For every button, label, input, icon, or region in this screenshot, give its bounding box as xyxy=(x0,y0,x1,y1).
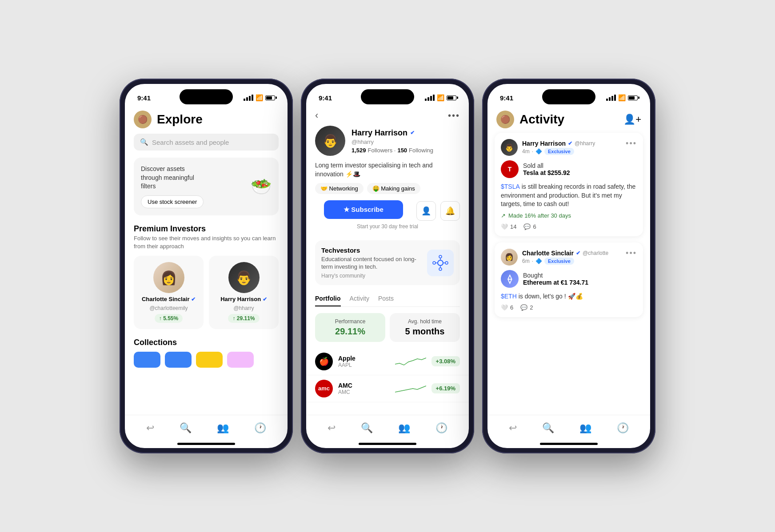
investor-avatar-charlotte: 👩 xyxy=(153,262,184,293)
trade-price-tesla: Tesla at $255.92 xyxy=(523,169,570,176)
tag-gains: 🤑 Making gains xyxy=(367,183,420,194)
community-icon xyxy=(427,250,454,276)
investor-perf-charlotte: ↑ 5.55% xyxy=(155,314,183,323)
trade-comment-eth: $ETH is down, let's go ! 🚀💰 xyxy=(501,292,637,301)
dynamic-island-3 xyxy=(542,89,595,104)
act-dot-charlotte: · xyxy=(532,258,533,264)
act-time-charlotte: 6m xyxy=(522,258,530,264)
trade-info-tesla: T Sold all Tesla at $255.92 xyxy=(501,160,637,178)
add-friend-button[interactable]: 👤+ xyxy=(623,114,641,125)
nav-activity-icon: 🕐 xyxy=(254,422,266,434)
activity-card-header-harry: 👨 Harry Harrison ✔ @hharry 4m · xyxy=(501,139,637,156)
nav-people-1[interactable]: 👥 xyxy=(212,421,234,436)
act-meta-charlotte: 6m · 🔷 Exclusive xyxy=(522,258,608,265)
signal-icon-3 xyxy=(606,95,616,101)
act-name-charlotte: Charlotte Sinclair ✔ @charlotte xyxy=(522,250,608,257)
community-card[interactable]: Techvestors Educational content focused … xyxy=(315,240,460,285)
nav-activity-2[interactable]: 🕐 xyxy=(430,421,453,436)
nav-search-3[interactable]: 🔍 xyxy=(537,421,559,436)
profile-name: Harry Harrison ✔ xyxy=(352,128,460,138)
act-more-harry[interactable]: ••• xyxy=(626,139,637,148)
collection-item-1 xyxy=(134,352,160,368)
nav-home-icon: ↩ xyxy=(146,422,154,434)
nav-activity-1[interactable]: 🕐 xyxy=(249,421,272,436)
status-icons-2: 📶 xyxy=(425,94,456,101)
stock-row-amc[interactable]: amc AMC AMC +6.19% xyxy=(306,375,469,402)
investor-card-harry[interactable]: 👨 Harry Harrison ✔ @hharry ↑ 29.11% xyxy=(209,256,279,329)
likes-harry[interactable]: 🤍 14 xyxy=(501,223,516,230)
signal-icon-2 xyxy=(425,95,435,101)
battery-icon-2 xyxy=(447,95,456,100)
act-more-charlotte[interactable]: ••• xyxy=(626,249,637,258)
nav-people-3[interactable]: 👥 xyxy=(574,421,597,436)
nav-activity-icon-2: 🕐 xyxy=(435,422,447,434)
likes-charlotte[interactable]: 🤍 6 xyxy=(501,304,513,311)
apple-name: Apple xyxy=(338,355,390,362)
act-verified-harry: ✔ xyxy=(568,140,572,147)
investor-perf-harry: ↑ 29.11% xyxy=(228,314,259,323)
search-icon: 🔍 xyxy=(140,138,148,146)
comments-harry[interactable]: 💬 6 xyxy=(523,223,536,230)
stock-row-apple[interactable]: 🍎 Apple AAPL +3.08% xyxy=(306,348,469,375)
community-desc: Educational content focused on long-term… xyxy=(321,256,427,271)
act-premium-harry: 🔷 xyxy=(535,148,542,155)
nav-home-3[interactable]: ↩ xyxy=(503,421,522,436)
svg-point-1 xyxy=(433,262,435,264)
trade-action-tesla: Sold all xyxy=(523,162,570,169)
activity-user-row-charlotte: 👩 Charlotte Sinclair ✔ @charlotte 6m · xyxy=(501,249,608,266)
wifi-icon-2: 📶 xyxy=(437,94,444,101)
trade-text-eth: Bought Ethereum at €1 734.71 xyxy=(523,272,588,286)
search-bar[interactable]: 🔍 Search assets and people xyxy=(134,134,279,151)
nav-home-2[interactable]: ↩ xyxy=(322,421,341,436)
tab-posts[interactable]: Posts xyxy=(378,290,394,306)
user-avatar-small: 🟤 xyxy=(134,111,152,128)
status-icons-1: 📶 xyxy=(244,94,275,101)
follow-button[interactable]: 👤 xyxy=(416,201,436,221)
act-avatar-charlotte: 👩 xyxy=(501,249,518,266)
nav-search-icon-2: 🔍 xyxy=(361,422,373,434)
investor-handle-charlotte: @charlotteemily xyxy=(149,305,188,311)
comments-charlotte[interactable]: 💬 2 xyxy=(520,304,533,311)
back-button[interactable]: ‹ xyxy=(315,110,318,121)
avg-hold-card: Avg. hold time 5 months xyxy=(390,313,460,342)
banner-text: Discover assets through meaningful filte… xyxy=(141,165,207,191)
tab-activity[interactable]: Activity xyxy=(350,290,369,306)
nav-people-icon-2: 👥 xyxy=(398,422,410,434)
nav-search-icon: 🔍 xyxy=(180,422,192,434)
tab-portfolio[interactable]: Portfolio xyxy=(315,290,341,306)
nav-search-1[interactable]: 🔍 xyxy=(174,421,197,436)
subscribe-button[interactable]: ★ Subscribe xyxy=(324,200,403,219)
portfolio-stats: Performance 29.11% Avg. hold time 5 mont… xyxy=(306,307,469,348)
screener-button[interactable]: Use stock screener xyxy=(141,195,204,208)
nav-people-icon: 👥 xyxy=(217,422,229,434)
investor-card-charlotte[interactable]: 👩 Charlotte Sinclair ✔ @charlotteemily ↑… xyxy=(134,256,204,329)
profile-nav: ‹ ••• xyxy=(306,105,469,126)
notification-button[interactable]: 🔔 xyxy=(440,201,460,221)
profile-screen: ‹ ••• 👨 Harry Harrison ✔ @hharry 1,529 F… xyxy=(306,105,469,415)
activity-header: 🟤 Activity 👤+ xyxy=(487,105,650,133)
bottom-nav-2: ↩ 🔍 👥 🕐 xyxy=(306,415,469,439)
more-button[interactable]: ••• xyxy=(448,111,460,121)
dynamic-island-2 xyxy=(361,89,414,104)
collections-title: Collections xyxy=(125,334,288,348)
signal-icon xyxy=(244,95,253,101)
search-placeholder: Search assets and people xyxy=(152,139,229,146)
activity-title: Activity xyxy=(519,112,564,127)
nav-people-2[interactable]: 👥 xyxy=(393,421,415,436)
verified-badge: ✔ xyxy=(191,296,196,302)
profile-tabs: Portfolio Activity Posts xyxy=(315,290,460,307)
comments-count-harry: 6 xyxy=(533,223,536,230)
nav-home-1[interactable]: ↩ xyxy=(141,421,160,436)
trade-gain-text: Made 16% after 30 days xyxy=(508,212,571,219)
trade-ticker-eth: $ETH xyxy=(501,293,517,300)
trade-action-eth: Bought xyxy=(523,272,588,279)
nav-search-2[interactable]: 🔍 xyxy=(356,421,378,436)
investor-avatar-harry: 👨 xyxy=(228,262,260,293)
nav-activity-3[interactable]: 🕐 xyxy=(611,421,634,436)
activity-card-harry: 👨 Harry Harrison ✔ @hharry 4m · xyxy=(495,133,643,236)
act-dot-harry: · xyxy=(532,148,533,155)
eth-logo: ⟠ xyxy=(501,270,519,288)
act-user-info-harry: Harry Harrison ✔ @hharry 4m · 🔷 Exclusiv… xyxy=(522,140,595,155)
premium-subtitle: Follow to see their moves and insights s… xyxy=(125,234,288,256)
act-handle-charlotte: @charlotte xyxy=(583,250,608,256)
